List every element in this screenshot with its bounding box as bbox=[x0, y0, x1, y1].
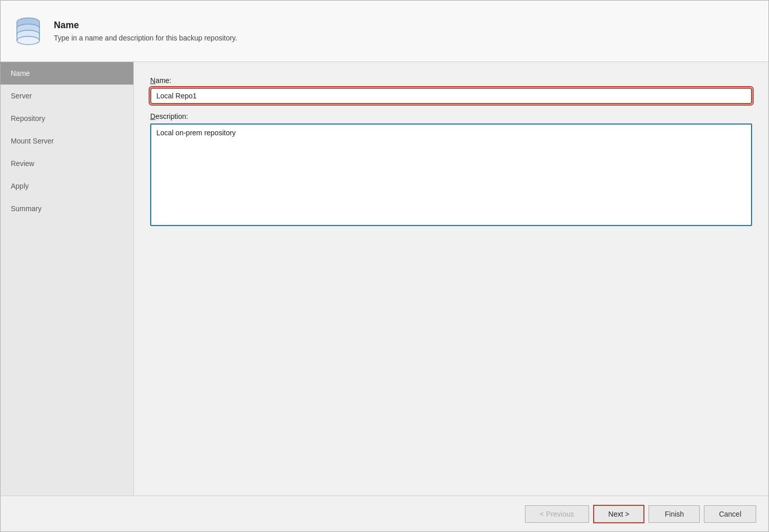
description-label: Description: bbox=[150, 112, 752, 120]
cancel-button[interactable]: Cancel bbox=[704, 505, 756, 523]
sidebar-item-server[interactable]: Server bbox=[1, 85, 133, 107]
name-label: Name: bbox=[150, 76, 752, 85]
content-area: Name Server Repository Mount Server Revi… bbox=[1, 62, 768, 496]
next-button[interactable]: Next > bbox=[593, 505, 645, 523]
main-panel: Name: Description: Local on-prem reposit… bbox=[134, 62, 768, 496]
name-input-wrapper bbox=[150, 88, 752, 104]
header-text: Name Type in a name and description for … bbox=[54, 20, 237, 42]
sidebar-item-summary[interactable]: Summary bbox=[1, 197, 133, 220]
sidebar-item-repository[interactable]: Repository bbox=[1, 107, 133, 130]
header-title: Name bbox=[54, 20, 237, 31]
sidebar-item-name[interactable]: Name bbox=[1, 62, 133, 85]
finish-button[interactable]: Finish bbox=[649, 505, 700, 523]
svg-point-6 bbox=[17, 36, 39, 45]
description-field-group: Description: Local on-prem repository bbox=[150, 112, 752, 226]
sidebar: Name Server Repository Mount Server Revi… bbox=[1, 62, 134, 496]
previous-button[interactable]: < Previous bbox=[525, 505, 589, 523]
sidebar-item-apply[interactable]: Apply bbox=[1, 175, 133, 197]
sidebar-item-mount-server[interactable]: Mount Server bbox=[1, 130, 133, 152]
description-textarea[interactable]: Local on-prem repository bbox=[150, 124, 752, 226]
dialog: Name Type in a name and description for … bbox=[0, 0, 769, 532]
header: Name Type in a name and description for … bbox=[1, 1, 768, 62]
sidebar-item-review[interactable]: Review bbox=[1, 152, 133, 175]
database-icon bbox=[13, 16, 44, 47]
footer: < Previous Next > Finish Cancel bbox=[1, 496, 768, 531]
header-subtitle: Type in a name and description for this … bbox=[54, 34, 237, 42]
name-field-group: Name: bbox=[150, 76, 752, 104]
name-input[interactable] bbox=[150, 88, 752, 104]
